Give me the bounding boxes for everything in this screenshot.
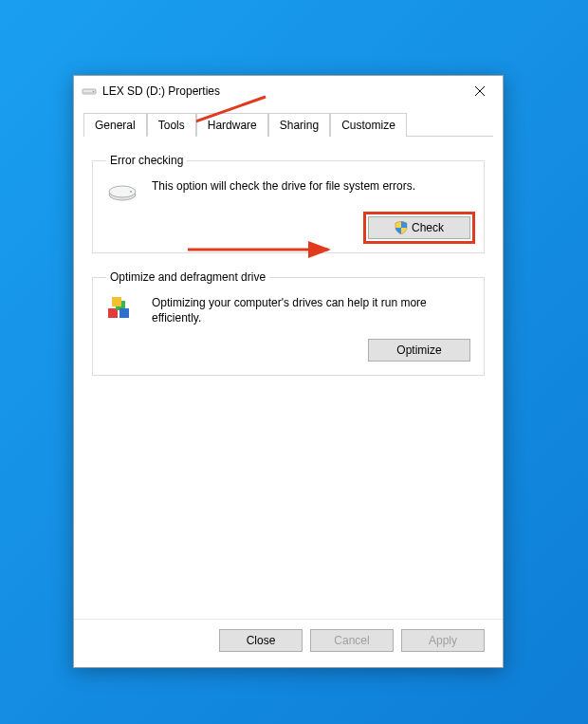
group-optimize: Optimize and defragment drive Optimizing…	[92, 270, 485, 376]
close-icon	[475, 86, 485, 96]
cancel-button[interactable]: Cancel	[310, 629, 394, 652]
check-button-label: Check	[412, 221, 444, 234]
group-optimize-legend: Optimize and defragment drive	[106, 270, 269, 284]
svg-point-2	[93, 91, 95, 93]
optimize-button-label: Optimize	[396, 343, 441, 357]
tab-content: Error checking This option will check th…	[74, 137, 503, 619]
tab-hardware[interactable]: Hardware	[196, 113, 268, 137]
tab-strip: General Tools Hardware Sharing Customize	[83, 112, 493, 137]
properties-dialog: LEX SD (D:) Properties General Tools Har…	[73, 75, 504, 668]
tab-tools[interactable]: Tools	[147, 113, 196, 137]
tab-general[interactable]: General	[83, 113, 147, 137]
titlebar: LEX SD (D:) Properties	[74, 76, 503, 106]
defrag-icon	[106, 295, 138, 320]
svg-point-7	[130, 191, 132, 193]
optimize-button[interactable]: Optimize	[368, 339, 470, 362]
group-error-checking: Error checking This option will check th…	[92, 154, 485, 253]
apply-button[interactable]: Apply	[401, 629, 485, 652]
window-close-button[interactable]	[458, 77, 501, 105]
svg-rect-11	[112, 297, 121, 306]
window-title: LEX SD (D:) Properties	[102, 84, 458, 98]
check-button[interactable]: Check	[368, 216, 470, 239]
shield-icon	[395, 221, 408, 234]
drive-check-icon	[106, 178, 138, 203]
tab-customize[interactable]: Customize	[330, 113, 407, 137]
dialog-buttons: Close Cancel Apply	[74, 619, 503, 667]
drive-icon	[82, 84, 97, 99]
error-checking-text: This option will check the drive for fil…	[152, 178, 470, 194]
svg-rect-10	[119, 308, 129, 318]
close-button[interactable]: Close	[219, 629, 303, 652]
svg-rect-1	[83, 92, 96, 94]
optimize-text: Optimizing your computer's drives can he…	[152, 295, 470, 325]
group-error-checking-legend: Error checking	[106, 154, 187, 167]
tab-sharing[interactable]: Sharing	[268, 113, 330, 137]
